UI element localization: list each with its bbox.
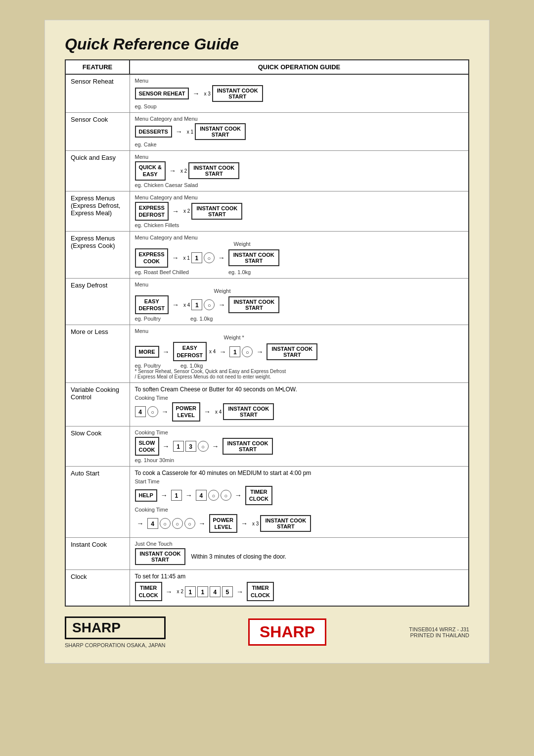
arrow: →	[169, 167, 176, 175]
arrow: →	[212, 442, 219, 450]
x1-label: x 1	[187, 129, 193, 135]
num-1d: 1	[173, 441, 184, 452]
btn-easy-defrost-2: EASYDEFROST	[173, 342, 207, 361]
circle-g: ○	[221, 490, 231, 501]
btn-slow-cook: SLOWCOOK	[135, 437, 159, 456]
feature-more-less: More or Less	[65, 325, 130, 383]
btn-instant-cook-10: INSTANT COOKSTART	[260, 515, 311, 532]
op-easy-defrost: Menu Weight EASYDEFROST → x 4 1 ○ → INST…	[130, 278, 469, 325]
num-1b: 1	[191, 299, 202, 310]
num-1g: 1	[197, 586, 208, 597]
circle-h: ○	[160, 518, 171, 529]
main-table: FEATURE QUICK OPERATION GUIDE Sensor Reh…	[65, 59, 469, 607]
corp-text: SHARP CORPORATION OSAKA, JAPAN	[65, 642, 166, 648]
num-4c: 4	[147, 518, 158, 529]
arrow: →	[172, 254, 178, 262]
btn-help: HELP	[135, 489, 157, 501]
btn-instant-cook-1: INSTANT COOKSTART	[212, 85, 263, 102]
btn-instant-cook-4: INSTANT COOKSTART	[191, 203, 242, 220]
op-slow-cook: Cooking Time SLOWCOOK → 1 3 ○ → INSTANT …	[130, 426, 469, 467]
btn-power-level-2: POWERLEVEL	[209, 514, 238, 533]
sharp-logo-center: SHARP	[248, 618, 326, 646]
feature-sensor-reheat: Sensor Reheat	[65, 74, 130, 113]
row-variable-cooking: Variable Cooking Control To soften Cream…	[65, 382, 469, 426]
arrow: →	[235, 491, 242, 499]
btn-instant-cook-8: INSTANT COOKSTART	[223, 403, 274, 420]
vcc-description: To soften Cream Cheese or Butter for 40 …	[135, 386, 464, 393]
feature-quick-easy: Quick and Easy	[65, 151, 130, 191]
num-3: 3	[185, 441, 196, 452]
op-sensor-cook: Menu Category and Menu DESSERTS → x 1 IN…	[130, 113, 469, 151]
num-1e: 1	[171, 490, 182, 501]
arrow: →	[256, 348, 263, 356]
row-sensor-reheat: Sensor Reheat Menu SENSOR REHEAT → x 3 I…	[65, 74, 469, 113]
arrow: →	[219, 348, 226, 356]
op-more-less: Menu Weight * MORE → EASYDEFROST x 4 → 1…	[130, 325, 469, 383]
arrow: →	[218, 301, 225, 309]
arrow: →	[163, 348, 170, 356]
feature-variable-cooking: Variable Cooking Control	[65, 382, 130, 426]
feature-instant-cook: Instant Cook	[65, 538, 130, 570]
feature-express-menus: Express Menus(Express Defrost,Express Me…	[65, 191, 130, 232]
arrow: →	[204, 408, 211, 416]
col-operation: QUICK OPERATION GUIDE	[130, 60, 469, 74]
row-express-cook: Express Menus(Express Cook) Menu Categor…	[65, 232, 469, 279]
row-instant-cook: Instant Cook Just One Touch INSTANT COOK…	[65, 538, 469, 570]
sharp-logo-left: SHARP	[65, 616, 166, 639]
footer: SHARP SHARP CORPORATION OSAKA, JAPAN SHA…	[65, 616, 469, 648]
row-easy-defrost: Easy Defrost Menu Weight EASYDEFROST → x…	[65, 278, 469, 325]
btn-instant-cook-6: INSTANT COOKSTART	[228, 296, 279, 313]
x3-label: x 3	[204, 91, 210, 96]
num-4b: 4	[196, 490, 207, 501]
btn-desserts: DESSERTS	[135, 126, 172, 138]
instant-cook-desc: Within 3 minutes of closing the door.	[191, 553, 286, 560]
page-title: Quick Reference Guide	[65, 35, 469, 53]
arrow: →	[172, 207, 179, 215]
eg-express-cook-weight: eg. 1.0kg	[228, 269, 251, 275]
tinseb-text: TINSEB014 WRRZ - J31	[409, 626, 469, 632]
circle-e: ○	[198, 441, 209, 452]
x4b-label: x 4	[209, 349, 216, 354]
x4c-label: x 4	[215, 409, 222, 415]
eg-easy-defrost: eg. Poultry	[135, 316, 161, 322]
op-express-menus: Menu Category and Menu EXPRESSDEFROST → …	[130, 191, 469, 232]
arrow: →	[161, 491, 168, 499]
op-variable-cooking: To soften Cream Cheese or Butter for 40 …	[130, 382, 469, 426]
op-express-cook: Menu Category and Menu Weight EXPRESSCOO…	[130, 232, 469, 279]
btn-quick-easy: QUICK &EASY	[135, 161, 166, 181]
num-1f: 1	[185, 586, 196, 597]
footer-left: SHARP SHARP CORPORATION OSAKA, JAPAN	[65, 616, 166, 648]
btn-easy-defrost: EASYDEFROST	[135, 295, 169, 315]
eg-more-less: eg. Poultry	[135, 363, 161, 369]
btn-timer-clock-1: TIMERCLOCK	[245, 486, 272, 505]
feature-auto-start: Auto Start	[65, 467, 130, 538]
auto-start-desc: To cook a Casserole for 40 minutes on ME…	[135, 470, 464, 476]
arrow: →	[218, 254, 225, 262]
arrow: →	[166, 588, 173, 596]
arrow: →	[162, 408, 169, 416]
btn-power-level: POWERLEVEL	[172, 402, 201, 422]
arrow: →	[236, 588, 243, 596]
num-5: 5	[222, 586, 233, 597]
row-slow-cook: Slow Cook Cooking Time SLOWCOOK → 1 3 ○ …	[65, 426, 469, 467]
arrow: →	[172, 301, 179, 309]
btn-express-cook: EXPRESSCOOK	[135, 248, 169, 268]
x4-label: x 4	[183, 302, 190, 308]
num-1a: 1	[191, 252, 202, 263]
btn-sensor-reheat: SENSOR REHEAT	[135, 88, 189, 99]
printed-text: PRINTED IN THAILAND	[409, 632, 469, 638]
op-clock: To set for 11:45 am TIMERCLOCK → x 2 1 1…	[130, 570, 469, 606]
arrow: →	[176, 128, 182, 136]
eg-easy-defrost-weight: eg. 1.0kg	[190, 316, 213, 322]
arrow: →	[163, 442, 170, 450]
circle-j: ○	[184, 518, 195, 529]
btn-timer-clock-3: TIMERCLOCK	[247, 582, 274, 601]
arrow: →	[192, 90, 199, 97]
feature-easy-defrost: Easy Defrost	[65, 278, 130, 325]
circle-b: ○	[204, 299, 215, 310]
feature-clock: Clock	[65, 570, 130, 606]
feature-express-cook: Express Menus(Express Cook)	[65, 232, 130, 279]
feature-sensor-cook: Sensor Cook	[65, 113, 130, 151]
feature-slow-cook: Slow Cook	[65, 426, 130, 467]
x1b-label: x 1	[183, 255, 189, 261]
